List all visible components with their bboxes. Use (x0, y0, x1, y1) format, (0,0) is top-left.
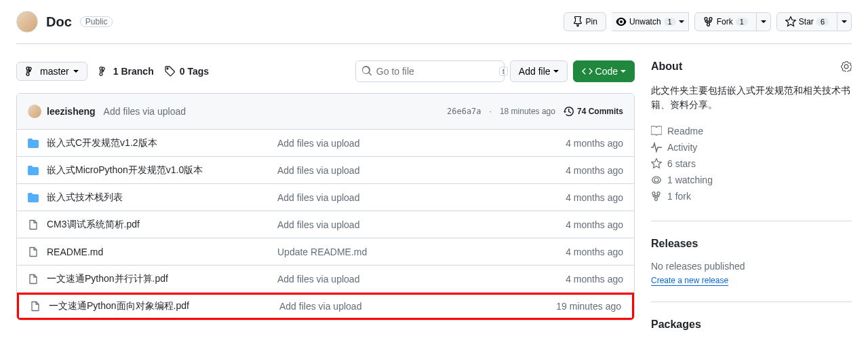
stars-link[interactable]: 6 stars (651, 156, 852, 172)
repo-name[interactable]: Doc (46, 14, 72, 30)
file-commit-link[interactable]: Update README.md (277, 246, 367, 257)
file-commit-link[interactable]: Add files via upload (277, 165, 359, 176)
commit-hash[interactable]: 26e6a7a (447, 107, 481, 116)
branch-icon (98, 66, 109, 77)
branches-label: 1 Branch (113, 66, 154, 77)
caret-icon (842, 20, 847, 23)
no-releases-text: No releases published (651, 261, 852, 272)
file-row: CM3调试系统简析.pdfAdd files via upload4 month… (17, 211, 634, 238)
search-kbd: t (499, 67, 508, 76)
fork-icon (651, 191, 662, 202)
commit-message[interactable]: Add files via upload (104, 106, 186, 117)
watching-link[interactable]: 1 watching (651, 172, 852, 188)
file-time: 4 months ago (528, 165, 623, 176)
fork-count: 1 (736, 18, 748, 26)
star-icon (651, 158, 662, 169)
eye-icon (651, 175, 662, 185)
caret-icon (620, 70, 626, 73)
code-icon (582, 66, 593, 77)
file-name-link[interactable]: 一文速通Python面向对象编程.pdf (49, 300, 189, 311)
star-group: Star 6 (776, 12, 852, 31)
branch-select[interactable]: master (16, 62, 87, 81)
file-icon (28, 274, 39, 285)
file-commit-link[interactable]: Add files via upload (277, 138, 359, 149)
caret-icon (553, 70, 559, 73)
file-commit-link[interactable]: Add files via upload (279, 301, 361, 312)
sidebar: About 此文件夹主要包括嵌入式开发规范和相关技术书籍、资料分享。 Readm… (651, 60, 852, 342)
file-time: 4 months ago (528, 192, 623, 203)
add-file-button[interactable]: Add file (510, 60, 568, 82)
pin-icon (572, 16, 583, 27)
search-icon (361, 66, 372, 77)
star-button[interactable]: Star 6 (776, 12, 837, 31)
commits-link[interactable]: 74 Commits (564, 106, 623, 117)
pin-button[interactable]: Pin (564, 12, 606, 31)
branch-name: master (40, 66, 69, 77)
readme-link[interactable]: Readme (651, 123, 852, 139)
search-input[interactable] (372, 66, 499, 77)
commit-time: 18 minutes ago (500, 107, 555, 116)
tags-link[interactable]: 0 Tags (165, 66, 209, 77)
file-row: 嵌入式技术栈列表Add files via upload4 months ago (17, 184, 634, 211)
code-label: Code (595, 66, 618, 77)
file-time: 19 minutes ago (526, 301, 621, 312)
file-name-link[interactable]: 嵌入式C开发规范v1.2版本 (47, 137, 157, 148)
file-time: 4 months ago (528, 138, 623, 149)
history-icon (564, 106, 574, 117)
header-left: Doc Public (16, 11, 113, 33)
file-name-link[interactable]: CM3调试系统简析.pdf (47, 219, 140, 230)
file-row: 一文速通Python面向对象编程.pdfAdd files via upload… (17, 293, 634, 320)
watch-group: Unwatch 1 (612, 12, 689, 31)
file-icon (28, 246, 39, 257)
file-search[interactable]: t (355, 60, 505, 82)
add-file-label: Add file (519, 66, 551, 77)
folder-icon (28, 138, 39, 149)
file-row: README.mdUpdate README.md4 months ago (17, 238, 634, 266)
fork-label: Fork (717, 17, 733, 26)
file-icon (30, 301, 41, 312)
create-release-link[interactable]: Create a new release (651, 276, 728, 286)
activity-link[interactable]: Activity (651, 139, 852, 156)
file-row: 一文速通Python并行计算.pdfAdd files via upload4 … (17, 266, 634, 293)
latest-commit-bar: leezisheng Add files via upload 26e6a7a … (17, 94, 634, 130)
about-heading: About (651, 60, 852, 73)
commit-avatar[interactable] (28, 105, 41, 118)
file-name-link[interactable]: 嵌入式MicroPython开发规范v1.0版本 (47, 164, 203, 175)
star-dropdown[interactable] (837, 12, 852, 31)
branches-link[interactable]: 1 Branch (98, 66, 154, 77)
pulse-icon (651, 142, 662, 153)
tags-label: 0 Tags (180, 66, 209, 77)
eye-icon (616, 16, 627, 27)
fork-button[interactable]: Fork 1 (694, 12, 757, 31)
branch-icon (25, 66, 36, 77)
commit-separator: · (490, 107, 492, 116)
star-label: Star (799, 17, 814, 26)
header-actions: Pin Unwatch 1 Fork 1 (564, 12, 852, 31)
packages-heading: Packages (651, 318, 852, 331)
watch-button[interactable]: Unwatch 1 (612, 12, 689, 31)
file-time: 4 months ago (528, 246, 623, 257)
commit-author[interactable]: leezisheng (47, 106, 96, 117)
folder-icon (28, 165, 39, 176)
fork-group: Fork 1 (694, 12, 771, 31)
gear-icon[interactable] (841, 61, 852, 72)
file-name-link[interactable]: 嵌入式技术栈列表 (47, 191, 123, 202)
file-name-link[interactable]: README.md (47, 246, 103, 257)
watch-label: Unwatch (629, 17, 661, 26)
file-time: 4 months ago (528, 274, 623, 285)
forks-link[interactable]: 1 fork (651, 188, 852, 204)
code-button[interactable]: Code (573, 60, 635, 82)
releases-heading: Releases (651, 238, 852, 250)
file-commit-link[interactable]: Add files via upload (277, 192, 359, 203)
file-icon (28, 219, 39, 230)
star-count: 6 (816, 18, 829, 26)
fork-dropdown[interactable] (757, 12, 771, 31)
commits-count: 74 Commits (577, 107, 623, 116)
owner-avatar[interactable] (16, 11, 38, 33)
watch-count: 1 (664, 18, 676, 26)
caret-icon (761, 20, 766, 23)
file-commit-link[interactable]: Add files via upload (277, 219, 359, 230)
file-name-link[interactable]: 一文速通Python并行计算.pdf (47, 273, 168, 284)
file-commit-link[interactable]: Add files via upload (277, 274, 359, 285)
file-listing: leezisheng Add files via upload 26e6a7a … (16, 93, 635, 321)
